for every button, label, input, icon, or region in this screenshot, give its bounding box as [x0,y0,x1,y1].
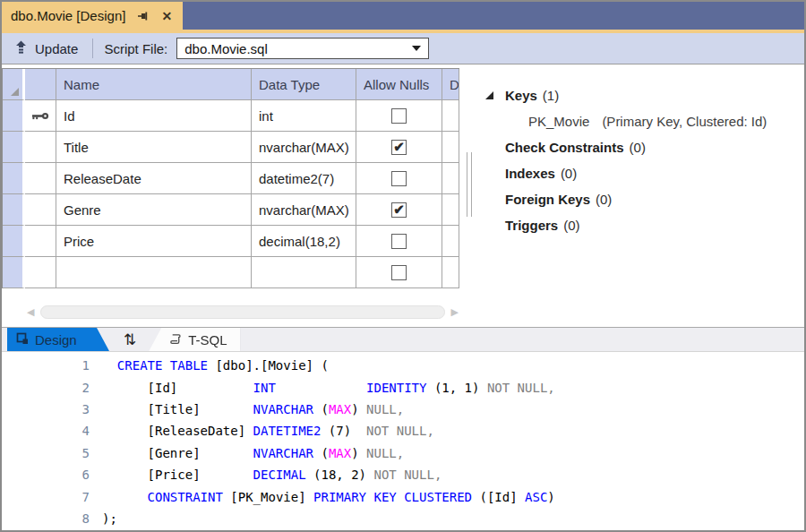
code-token [102,358,117,373]
column-header-default[interactable]: Default [442,69,459,100]
line-number: 8 [2,511,90,526]
row-selector[interactable] [3,100,25,132]
scrollbar-thumb[interactable] [40,305,444,319]
pane-tabbar: Design ⇅ T-SQL [2,327,804,352]
code-text: CONSTRAINT [PK_Movie] PRIMARY KEY CLUSTE… [102,490,555,504]
context-panel-item[interactable]: Foreign Keys(0) [485,186,801,212]
grid-cell-name[interactable]: Price [56,226,252,257]
scroll-right-arrow-icon[interactable]: ▶ [451,305,459,320]
dropdown-arrow-icon [412,46,421,51]
code-token: ([Id] [472,490,525,504]
grid-cell-data-type[interactable] [252,257,356,288]
code-token: NULL, [366,402,404,416]
row-icon-cell [25,163,56,194]
row-selector[interactable] [3,194,25,226]
allow-nulls-checkbox[interactable]: ✔ [391,202,407,218]
row-selector[interactable] [3,257,25,288]
grid-cell-default[interactable] [442,194,459,226]
update-button[interactable]: Update [9,39,83,59]
code-text: [Title] NVARCHAR (MAX) NULL, [102,402,404,416]
row-indicator-column-header[interactable] [25,69,56,100]
code-line: 6 [Price] DECIMAL (18, 2) NOT NULL, [2,464,804,485]
grid-cell-default[interactable] [442,132,459,163]
pushpin-icon[interactable] [137,10,150,22]
grid-cell-allow-nulls: ✔ [356,132,442,163]
grid-cell-name[interactable] [56,257,252,288]
code-line: 1 CREATE TABLE [dbo].[Movie] ( [2,355,804,376]
code-line: 7 CONSTRAINT [PK_Movie] PRIMARY KEY CLUS… [2,485,804,507]
grid-cell-default[interactable] [442,226,459,257]
tsql-code-editor[interactable]: 1 CREATE TABLE [dbo].[Movie] (2 [Id] INT… [2,352,804,530]
scroll-left-arrow-icon[interactable]: ◀ [27,305,34,320]
swap-panes-icon[interactable]: ⇅ [124,330,136,348]
expander-triangle-icon[interactable] [485,91,493,99]
design-icon [16,332,29,348]
context-panel-item[interactable]: Indexes(0) [485,160,801,186]
grid-cell-data-type[interactable]: datetime2(7) [252,163,356,194]
grid-cell-data-type[interactable]: int [252,100,356,132]
allow-nulls-checkbox[interactable] [391,265,407,280]
context-panel-item[interactable]: Keys(1) [485,82,801,108]
row-selector[interactable] [3,226,25,257]
column-header-allow-nulls[interactable]: Allow Nulls [356,69,442,100]
grid-cell-name[interactable]: Genre [56,194,252,226]
document-tab[interactable]: dbo.Movie [Design] ✕ [2,2,183,30]
allow-nulls-checkbox[interactable] [391,108,407,124]
grid-cell-default[interactable] [442,100,459,132]
grid-cell-name[interactable]: ReleaseDate [56,163,252,194]
column-header-name[interactable]: Name [56,69,252,100]
row-selector[interactable] [3,163,25,194]
designer-toolbar: Update Script File: dbo.Movie.sql [2,33,804,64]
context-panel-child-item[interactable]: PK_Movie(Primary Key, Clustered: Id) [485,108,801,134]
code-line: 3 [Title] NVARCHAR (MAX) NULL, [2,399,804,420]
key-detail: (Primary Key, Clustered: Id) [602,114,767,129]
context-item-count: (0) [561,166,577,181]
document-tabstrip: dbo.Movie [Design] ✕ [2,2,804,30]
grid-cell-data-type[interactable]: decimal(18,2) [252,226,356,257]
code-token: INT [253,381,276,395]
grid-corner-header[interactable] [3,69,25,100]
grid-cell-data-type[interactable]: nvarchar(MAX) [252,132,356,163]
line-number: 7 [2,490,90,504]
grid-horizontal-scrollbar[interactable]: ◀ ▶ [27,305,459,320]
code-token: (18, 2) [306,468,374,482]
code-token: [ReleaseDate] [102,424,253,438]
corner-triangle-icon [11,88,19,96]
allow-nulls-checkbox[interactable] [391,234,407,249]
grid-cell-name[interactable]: Title [56,132,252,163]
script-file-dropdown-value: dbo.Movie.sql [184,41,268,56]
context-item-count: (1) [543,88,559,103]
code-token: [Title] [102,402,253,416]
code-token: [Genre] [102,446,253,460]
context-panel-item[interactable]: Check Constraints(0) [485,134,801,160]
script-file-dropdown[interactable]: dbo.Movie.sql [176,38,429,59]
code-token: NOT NULL, [487,381,555,395]
code-text: CREATE TABLE [dbo].[Movie] ( [102,358,329,373]
grid-cell-data-type[interactable]: nvarchar(MAX) [252,194,356,226]
row-selector[interactable] [3,132,25,163]
code-token: CONSTRAINT [148,490,223,504]
tab-tsql[interactable]: T-SQL [149,328,240,351]
context-item-label: Keys [505,88,537,103]
grid-cell-default[interactable] [442,257,459,288]
grid-cell-default[interactable] [442,163,459,194]
code-text: [ReleaseDate] DATETIME2 (7) NOT NULL, [102,424,434,438]
context-panel-item[interactable]: Triggers(0) [485,212,801,238]
code-token: ) [351,402,366,416]
table-objects-panel: Keys(1)PK_Movie(Primary Key, Clustered: … [485,82,801,238]
grid-cell-name[interactable]: Id [56,100,252,132]
code-token: NVARCHAR [253,402,313,416]
tab-design[interactable]: Design [7,328,109,351]
context-item-label: Foreign Keys [505,192,590,207]
line-number: 6 [2,468,90,482]
row-icon-cell [25,226,56,257]
column-header-data-type[interactable]: Data Type [252,69,356,100]
close-icon[interactable]: ✕ [161,10,172,22]
code-token: ASC [525,490,547,504]
allow-nulls-checkbox[interactable]: ✔ [391,140,407,155]
splitter-grip[interactable] [467,152,472,217]
allow-nulls-checkbox[interactable] [391,171,407,186]
code-token: ( [313,446,329,460]
code-token: DECIMAL [253,468,306,482]
code-token: DATETIME2 [253,424,322,438]
